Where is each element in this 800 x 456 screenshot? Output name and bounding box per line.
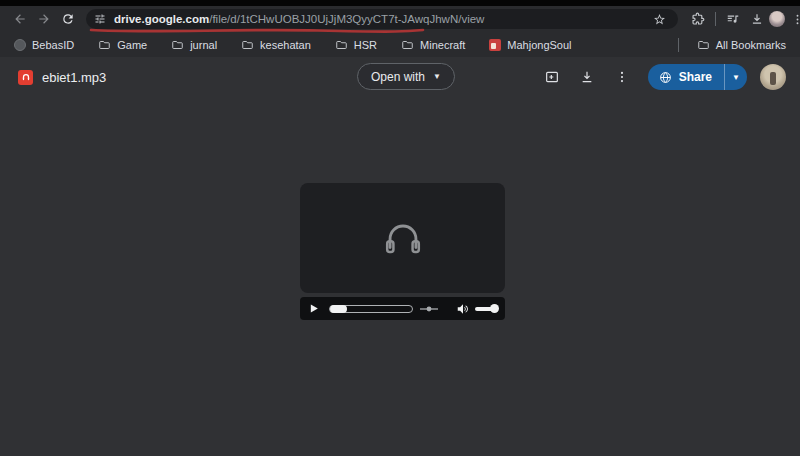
file-title-chip: ebiet1.mp3 bbox=[18, 70, 106, 85]
forward-icon[interactable] bbox=[32, 7, 56, 31]
play-icon[interactable] bbox=[306, 302, 320, 316]
audio-controls-bar bbox=[300, 297, 505, 320]
more-actions-icon[interactable] bbox=[609, 64, 635, 90]
bookmark-label: BebasID bbox=[32, 39, 74, 51]
bookmark-mahjongsoul[interactable]: MahjongSoul bbox=[483, 37, 577, 53]
bookmark-folder-game[interactable]: Game bbox=[92, 37, 153, 53]
drive-preview-page: ebiet1.mp3 Open with ▼ bbox=[0, 57, 800, 456]
browser-window: drive.google.com/file/d/1tCHwUOBJJ0UjJjM… bbox=[0, 0, 800, 456]
seek-marker-icon bbox=[420, 305, 438, 313]
share-button: Share ▼ bbox=[648, 64, 747, 90]
reload-icon[interactable] bbox=[56, 7, 80, 31]
drive-header-actions: Share ▼ bbox=[539, 57, 786, 97]
toolbar-right-controls bbox=[686, 7, 800, 31]
open-with-label: Open with bbox=[371, 70, 425, 84]
bookmark-folder-minecraft[interactable]: Minecraft bbox=[395, 37, 471, 53]
chevron-down-icon: ▼ bbox=[433, 72, 441, 81]
folder-icon bbox=[241, 39, 254, 51]
seek-thumb[interactable] bbox=[330, 305, 347, 313]
folder-icon bbox=[98, 39, 111, 51]
audio-artwork-card bbox=[300, 183, 505, 293]
all-bookmarks-section: All Bookmarks bbox=[673, 37, 792, 53]
bookmark-label: Minecraft bbox=[420, 39, 465, 51]
audio-file-icon bbox=[18, 70, 33, 85]
bookmark-bebasid[interactable]: BebasID bbox=[8, 37, 80, 53]
open-with-button[interactable]: Open with ▼ bbox=[357, 63, 455, 90]
share-dropdown-caret[interactable]: ▼ bbox=[724, 64, 747, 90]
globe-icon bbox=[659, 71, 672, 84]
add-shortcut-to-drive-icon[interactable] bbox=[539, 64, 565, 90]
folder-icon bbox=[697, 39, 710, 51]
bookmark-label: MahjongSoul bbox=[507, 39, 571, 51]
bookmark-label: Game bbox=[117, 39, 147, 51]
account-avatar[interactable] bbox=[760, 64, 786, 90]
bookmark-folder-jurnal[interactable]: jurnal bbox=[165, 37, 223, 53]
volume-slider[interactable] bbox=[475, 307, 495, 311]
all-bookmarks-label: All Bookmarks bbox=[716, 39, 786, 51]
media-controls-icon[interactable] bbox=[721, 7, 745, 31]
drive-header: ebiet1.mp3 Open with ▼ bbox=[0, 57, 800, 97]
downloads-icon[interactable] bbox=[745, 7, 769, 31]
site-favicon bbox=[14, 39, 26, 51]
bookmark-star-icon[interactable] bbox=[647, 7, 671, 31]
volume-icon[interactable] bbox=[455, 301, 470, 316]
bookmarks-divider bbox=[678, 38, 679, 52]
url-text: drive.google.com/file/d/1tCHwUOBJJ0UjJjM… bbox=[114, 13, 647, 25]
url-domain: drive.google.com bbox=[114, 13, 209, 25]
folder-icon bbox=[171, 39, 184, 51]
file-name: ebiet1.mp3 bbox=[42, 70, 106, 85]
back-icon[interactable] bbox=[8, 7, 32, 31]
bookmark-folder-hsr[interactable]: HSR bbox=[329, 37, 383, 53]
share-button-main[interactable]: Share bbox=[648, 64, 724, 90]
bookmark-folder-kesehatan[interactable]: kesehatan bbox=[235, 37, 317, 53]
extensions-icon[interactable] bbox=[686, 7, 710, 31]
bookmark-label: kesehatan bbox=[260, 39, 311, 51]
toolbar-divider bbox=[715, 12, 716, 26]
seek-slider[interactable] bbox=[329, 305, 413, 313]
url-path: /file/d/1tCHwUOBJJ0UjJjM3QyyCT7t-JAwqJhw… bbox=[209, 13, 484, 25]
all-bookmarks-button[interactable]: All Bookmarks bbox=[691, 37, 792, 53]
download-icon[interactable] bbox=[574, 64, 600, 90]
site-settings-tune-icon[interactable] bbox=[90, 11, 110, 27]
volume-thumb[interactable] bbox=[490, 304, 499, 313]
folder-icon bbox=[401, 39, 414, 51]
bookmark-label: jurnal bbox=[190, 39, 217, 51]
browser-menu-kebab-icon[interactable] bbox=[785, 7, 800, 31]
bookmark-label: HSR bbox=[354, 39, 377, 51]
folder-icon bbox=[335, 39, 348, 51]
mahjongsoul-favicon bbox=[489, 39, 501, 51]
browser-profile-avatar[interactable] bbox=[769, 11, 785, 27]
url-underline-annotation bbox=[88, 26, 426, 36]
headphones-icon bbox=[380, 215, 426, 261]
share-label: Share bbox=[679, 70, 712, 84]
